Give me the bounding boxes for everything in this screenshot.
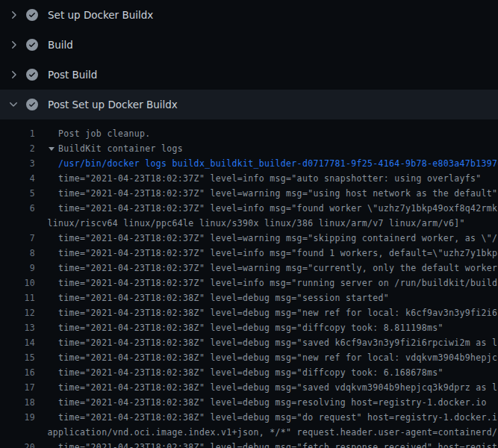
step-header-set-up-docker-buildx[interactable]: Set up Docker Buildx [0,0,498,30]
log-row-wrap: linux/riscv64 linux/ppc64le linux/s390x … [0,216,498,231]
log-group-title[interactable]: BuildKit container logs [48,141,184,156]
step-header-post-set-up-docker-buildx[interactable]: Post Set up Docker Buildx [0,90,498,119]
log-row-13: 13 time="2021-04-23T18:02:38Z" level=deb… [0,320,498,335]
line-number [0,425,35,440]
line-number[interactable]: 5 [0,186,35,201]
line-number[interactable]: 10 [0,276,35,290]
line-number[interactable]: 16 [0,365,35,380]
log-text: time="2021-04-23T18:02:38Z" level=debug … [48,440,498,448]
step-title: Post Build [48,69,97,81]
chevron-right-glyph [7,9,19,21]
log-text: time="2021-04-23T18:02:38Z" level=debug … [48,350,498,365]
check-glyph [26,69,38,81]
log-text: application/vnd.oci.image.index.v1+json,… [48,425,498,440]
line-number[interactable]: 4 [0,171,35,186]
check-circle-icon [26,39,38,51]
chevron-right-icon[interactable] [7,9,19,21]
chevron-right-icon[interactable] [7,39,19,51]
log-text: time="2021-04-23T18:02:37Z" level=warnin… [48,231,498,246]
log-row-6: 6 time="2021-04-23T18:02:37Z" level=info… [0,201,498,216]
chevron-down-glyph [7,99,19,111]
log-row-wrap: application/vnd.oci.image.index.v1+json,… [0,425,498,440]
chevron-down-icon[interactable] [7,99,19,111]
log-row-10: 10 time="2021-04-23T18:02:37Z" level=inf… [0,276,498,290]
log-text: time="2021-04-23T18:02:37Z" level=warnin… [48,186,498,201]
log-text: time="2021-04-23T18:02:38Z" level=debug … [48,365,443,380]
log-row-15: 15 time="2021-04-23T18:02:38Z" level=deb… [0,350,498,365]
log-row-18: 18 time="2021-04-23T18:02:38Z" level=deb… [0,395,498,410]
log-row-9: 9 time="2021-04-23T18:02:37Z" level=warn… [0,261,498,276]
line-number[interactable]: 14 [0,335,35,350]
check-glyph [26,99,38,111]
steps-list: Set up Docker BuildxBuildPost BuildPost … [0,0,498,119]
log-text: time="2021-04-23T18:02:37Z" level=info m… [48,171,482,186]
step-title: Set up Docker Buildx [48,9,153,21]
log-row-20: 20 time="2021-04-23T18:02:38Z" level=deb… [0,440,498,448]
check-circle-icon [26,69,38,81]
log-row-7: 7 time="2021-04-23T18:02:37Z" level=warn… [0,231,498,246]
log-row-11: 11 time="2021-04-23T18:02:38Z" level=deb… [0,290,498,305]
line-number[interactable]: 2 [0,141,35,156]
group-collapse-triangle-icon[interactable] [49,147,55,151]
log-text: Post job cleanup. [48,126,151,141]
log-row-5: 5 time="2021-04-23T18:02:37Z" level=warn… [0,186,498,201]
log-text: time="2021-04-23T18:02:38Z" level=debug … [48,320,443,335]
step-title: Post Set up Docker Buildx [48,99,178,111]
log-row-16: 16 time="2021-04-23T18:02:38Z" level=deb… [0,365,498,380]
line-number[interactable]: 3 [0,156,35,171]
line-number[interactable]: 9 [0,261,35,276]
line-number [0,216,35,231]
chevron-right-glyph [7,69,19,81]
log-text: time="2021-04-23T18:02:38Z" level=debug … [48,290,390,305]
line-number[interactable]: 20 [0,440,35,448]
check-circle-icon [26,99,38,111]
check-glyph [26,9,38,21]
log-text: time="2021-04-23T18:02:38Z" level=debug … [48,395,487,410]
check-circle-icon [26,9,38,21]
log-text: time="2021-04-23T18:02:38Z" level=debug … [48,380,498,395]
log-text: linux/riscv64 linux/ppc64le linux/s390x … [48,216,465,231]
line-number[interactable]: 6 [0,201,35,216]
log-text: time="2021-04-23T18:02:38Z" level=debug … [48,305,498,320]
log-row-8: 8 time="2021-04-23T18:02:37Z" level=info… [0,246,498,261]
log-row-14: 14 time="2021-04-23T18:02:38Z" level=deb… [0,335,498,350]
line-number[interactable]: 18 [0,395,35,410]
log-text: time="2021-04-23T18:02:38Z" level=debug … [48,410,498,425]
line-number[interactable]: 12 [0,305,35,320]
log-row-2: 2 BuildKit container logs [0,141,498,156]
line-number[interactable]: 13 [0,320,35,335]
log-command-text: /usr/bin/docker logs buildx_buildkit_bui… [48,156,498,171]
log-row-17: 17 time="2021-04-23T18:02:38Z" level=deb… [0,380,498,395]
line-number[interactable]: 11 [0,290,35,305]
log-row-19: 19 time="2021-04-23T18:02:38Z" level=deb… [0,410,498,425]
line-number[interactable]: 19 [0,410,35,425]
chevron-right-icon[interactable] [7,69,19,81]
log-text: time="2021-04-23T18:02:37Z" level=info m… [48,201,498,216]
step-header-build[interactable]: Build [0,30,498,60]
log-output: 1 Post job cleanup.2 BuildKit container … [0,119,498,448]
line-number[interactable]: 1 [0,126,35,141]
log-text: time="2021-04-23T18:02:37Z" level=info m… [48,276,498,290]
log-row-4: 4 time="2021-04-23T18:02:37Z" level=info… [0,171,498,186]
log-text: time="2021-04-23T18:02:37Z" level=info m… [48,246,498,261]
line-number[interactable]: 7 [0,231,35,246]
line-number[interactable]: 17 [0,380,35,395]
step-title: Build [48,39,73,51]
check-glyph [26,39,38,51]
log-row-1: 1 Post job cleanup. [0,126,498,141]
log-text: time="2021-04-23T18:02:37Z" level=warnin… [48,261,498,276]
log-text: time="2021-04-23T18:02:38Z" level=debug … [48,335,498,350]
log-row-12: 12 time="2021-04-23T18:02:38Z" level=deb… [0,305,498,320]
log-row-3: 3 /usr/bin/docker logs buildx_buildkit_b… [0,156,498,171]
chevron-right-glyph [7,39,19,51]
step-header-post-build[interactable]: Post Build [0,60,498,90]
line-number[interactable]: 15 [0,350,35,365]
line-number[interactable]: 8 [0,246,35,261]
